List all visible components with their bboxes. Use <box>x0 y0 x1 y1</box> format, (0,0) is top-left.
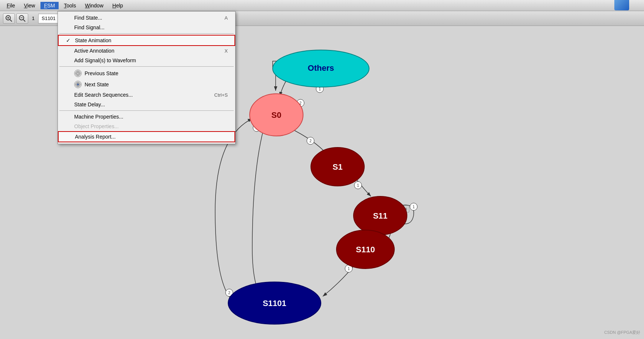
zoom-in-button[interactable] <box>3 13 15 24</box>
separator-2 <box>59 66 234 67</box>
next-state-icon <box>74 81 82 88</box>
menubar: File View FSM Tools Window Help <box>0 0 644 11</box>
find-state-item[interactable]: Find State... A <box>58 13 235 23</box>
machine-properties-item[interactable]: Machine Properties... <box>58 112 235 122</box>
svg-text:1: 1 <box>413 205 415 209</box>
active-annotation-item[interactable]: Active Annotation X <box>58 46 235 56</box>
separator-3 <box>59 110 234 111</box>
svg-point-7 <box>76 71 80 76</box>
find-signal-item[interactable]: Find Signal... <box>58 23 235 32</box>
svg-text:S1: S1 <box>333 162 343 172</box>
svg-text:1: 1 <box>357 183 359 187</box>
zoom-level: 1 <box>30 16 37 21</box>
add-signals-item[interactable]: Add Signal(s) to Waveform <box>58 56 235 65</box>
menu-window[interactable]: Window <box>81 2 107 9</box>
fsm-dropdown-menu: Find State... A Find Signal... ✓ State A… <box>58 11 236 144</box>
menu-help[interactable]: Help <box>109 2 127 9</box>
svg-text:S11: S11 <box>373 211 387 220</box>
state-animation-item[interactable]: ✓ State Animation <box>58 35 235 46</box>
separator-1 <box>59 33 234 34</box>
svg-point-10 <box>77 83 79 86</box>
svg-text:2: 2 <box>309 139 312 143</box>
zoom-out-button[interactable] <box>16 13 28 24</box>
svg-text:1: 1 <box>319 87 321 91</box>
watermark: CSDN @FPGA爱好 <box>604 330 640 335</box>
svg-text:S110: S110 <box>356 245 375 254</box>
menu-view[interactable]: View <box>20 2 39 9</box>
svg-text:2: 2 <box>228 291 230 295</box>
svg-text:S1101: S1101 <box>263 299 286 308</box>
analysis-report-item[interactable]: Analysis Report... <box>58 131 235 142</box>
menu-file[interactable]: File <box>3 2 19 9</box>
menu-tools[interactable]: Tools <box>60 2 80 9</box>
state-delay-item[interactable]: State Delay... <box>58 100 235 109</box>
next-state-item[interactable]: Next State <box>58 79 235 90</box>
svg-line-5 <box>23 20 25 21</box>
object-properties-item: Object Properties... <box>58 122 235 131</box>
prev-state-icon <box>74 70 82 77</box>
app-icon <box>614 0 629 10</box>
svg-line-1 <box>10 20 12 21</box>
svg-text:Others: Others <box>308 63 334 73</box>
svg-text:S0: S0 <box>272 110 282 120</box>
svg-text:1: 1 <box>348 267 350 271</box>
svg-point-8 <box>77 72 79 74</box>
previous-state-item[interactable]: Previous State <box>58 68 235 79</box>
menu-fsm[interactable]: FSM <box>40 2 59 9</box>
edit-search-item[interactable]: Edit Search Sequences... Ctrl+S <box>58 90 235 100</box>
